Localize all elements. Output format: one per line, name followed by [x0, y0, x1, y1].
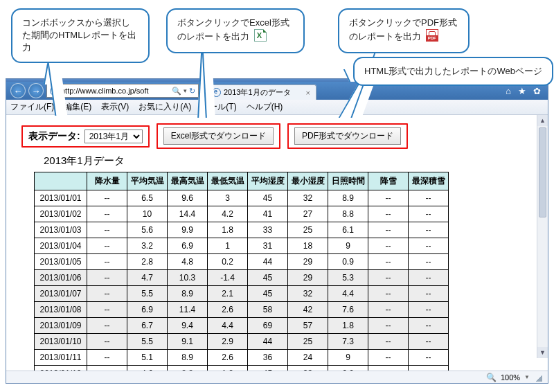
- cell-date: 2013/01/11: [35, 350, 87, 366]
- cell-value: 31: [248, 238, 288, 254]
- cell-value: 24: [288, 350, 328, 366]
- forward-button[interactable]: →: [28, 83, 44, 98]
- cell-value: 2.6: [208, 302, 248, 318]
- data-table: 降水量平均気温最高気温最低気温平均湿度最小湿度日照時間降雪最深積雪 2013/0…: [34, 172, 449, 371]
- cell-value: 42: [288, 302, 328, 318]
- pdf-download-button[interactable]: PDF形式でダウンロード: [294, 127, 401, 145]
- period-combobox[interactable]: 2013年1月: [84, 130, 143, 143]
- browser-tab[interactable]: 2013年1月のデータ ×: [206, 84, 316, 100]
- cell-value: --: [87, 350, 127, 366]
- cell-value: 41: [248, 206, 288, 222]
- cell-value: 6.7: [127, 318, 168, 334]
- table-row: 2013/01/03--5.69.91.833256.1----: [35, 222, 449, 238]
- cell-value: 33: [288, 366, 328, 371]
- col-header: 最小湿度: [288, 172, 328, 190]
- table-row: 2013/01/07--5.58.92.145324.4----: [35, 286, 449, 302]
- pdf-icon: [426, 29, 438, 42]
- cell-value: --: [368, 286, 409, 302]
- cell-date: 2013/01/02: [35, 206, 87, 222]
- cell-value: --: [409, 190, 449, 206]
- scroll-down-icon[interactable]: ▼: [537, 347, 548, 358]
- highlight-excel: Excel形式でダウンロード: [157, 123, 280, 149]
- cell-value: 69: [248, 318, 288, 334]
- tab-close-icon[interactable]: ×: [306, 89, 310, 97]
- cell-date: 2013/01/07: [35, 286, 87, 302]
- search-icon[interactable]: 🔍: [172, 87, 181, 96]
- zoom-icon[interactable]: 🔍: [486, 373, 497, 382]
- scroll-thumb[interactable]: [539, 127, 546, 217]
- cell-value: 5.5: [127, 286, 168, 302]
- highlight-combo: 表示データ: 2013年1月: [21, 125, 150, 148]
- resize-grip-icon[interactable]: [534, 373, 542, 382]
- cell-date: 2013/01/08: [35, 302, 87, 318]
- zoom-dropdown-icon[interactable]: ▼: [524, 374, 530, 380]
- cell-value: 29: [288, 254, 328, 270]
- cell-value: 2.6: [208, 350, 248, 366]
- cell-value: --: [368, 190, 409, 206]
- cell-value: 5.6: [127, 222, 168, 238]
- cell-value: --: [409, 302, 449, 318]
- col-header: 降水量: [87, 172, 127, 190]
- cell-value: --: [87, 238, 127, 254]
- menu-edit[interactable]: 編集(E): [64, 101, 91, 113]
- refresh-icon[interactable]: ↻: [189, 87, 195, 96]
- cell-value: 9.6: [168, 190, 208, 206]
- table-row: 2013/01/08--6.911.42.658427.6----: [35, 302, 449, 318]
- cell-value: 25: [288, 334, 328, 350]
- cell-value: 3.2: [127, 238, 168, 254]
- cell-value: 8.9: [168, 350, 208, 366]
- page-viewport: 表示データ: 2013年1月 Excel形式でダウンロード PDF形式でダウンロ…: [6, 115, 537, 371]
- cell-value: 2.1: [208, 286, 248, 302]
- cell-value: 1: [208, 238, 248, 254]
- menu-view[interactable]: 表示(V): [101, 101, 129, 113]
- cell-value: --: [87, 270, 127, 286]
- cell-value: 5.3: [328, 270, 368, 286]
- menu-favorites[interactable]: お気に入り(A): [138, 101, 191, 113]
- cell-value: 58: [248, 302, 288, 318]
- favorites-icon[interactable]: ★: [518, 86, 526, 96]
- col-header: 最深積雪: [409, 172, 449, 190]
- cell-value: 4.7: [127, 270, 168, 286]
- col-header: 降雪: [368, 172, 409, 190]
- cell-value: --: [368, 318, 409, 334]
- menu-help[interactable]: ヘルプ(H): [247, 101, 283, 113]
- callout-page: HTML形式で出力したレポートのWebページ: [353, 57, 553, 86]
- cell-value: --: [87, 366, 127, 371]
- cell-value: 36: [248, 350, 288, 366]
- back-button[interactable]: ←: [10, 83, 26, 98]
- cell-value: 45: [248, 286, 288, 302]
- cell-value: 9.1: [168, 334, 208, 350]
- cell-value: -1.4: [208, 270, 248, 286]
- cell-value: 27: [288, 206, 328, 222]
- cell-value: 8.8: [168, 366, 208, 371]
- home-icon[interactable]: ⌂: [506, 86, 511, 96]
- cell-date: 2013/01/12: [35, 366, 87, 371]
- scroll-up-icon[interactable]: ▲: [537, 115, 548, 126]
- cell-value: 4.4: [328, 286, 368, 302]
- cell-date: 2013/01/10: [35, 334, 87, 350]
- cell-value: --: [409, 318, 449, 334]
- search-dropdown-icon[interactable]: ▾: [184, 87, 187, 94]
- cell-value: --: [368, 238, 409, 254]
- cell-value: 4.6: [127, 366, 168, 371]
- menu-file[interactable]: ファイル(F): [10, 101, 54, 113]
- cell-value: 44: [248, 334, 288, 350]
- cell-value: 11.4: [168, 302, 208, 318]
- tools-gear-icon[interactable]: ✿: [533, 86, 541, 96]
- cell-value: --: [368, 254, 409, 270]
- url-field[interactable]: http://www.climb.co.jp/soft 🔍 ▾ ↻: [46, 84, 199, 98]
- highlight-pdf: PDF形式でダウンロード: [287, 123, 408, 149]
- cell-value: 1.2: [208, 366, 248, 371]
- vertical-scrollbar[interactable]: ▲ ▼: [537, 115, 548, 358]
- cell-value: 29: [288, 270, 328, 286]
- cell-value: --: [368, 222, 409, 238]
- cell-value: --: [87, 206, 127, 222]
- col-header: 日照時間: [328, 172, 368, 190]
- excel-download-button[interactable]: Excel形式でダウンロード: [163, 127, 274, 145]
- cell-value: --: [368, 206, 409, 222]
- cell-value: 5.1: [127, 350, 168, 366]
- cell-value: 45: [248, 190, 288, 206]
- cell-value: 44: [248, 254, 288, 270]
- callout-pdf-text: ボタンクリックでPDF形式のレポートを出力: [349, 17, 457, 42]
- cell-value: --: [87, 334, 127, 350]
